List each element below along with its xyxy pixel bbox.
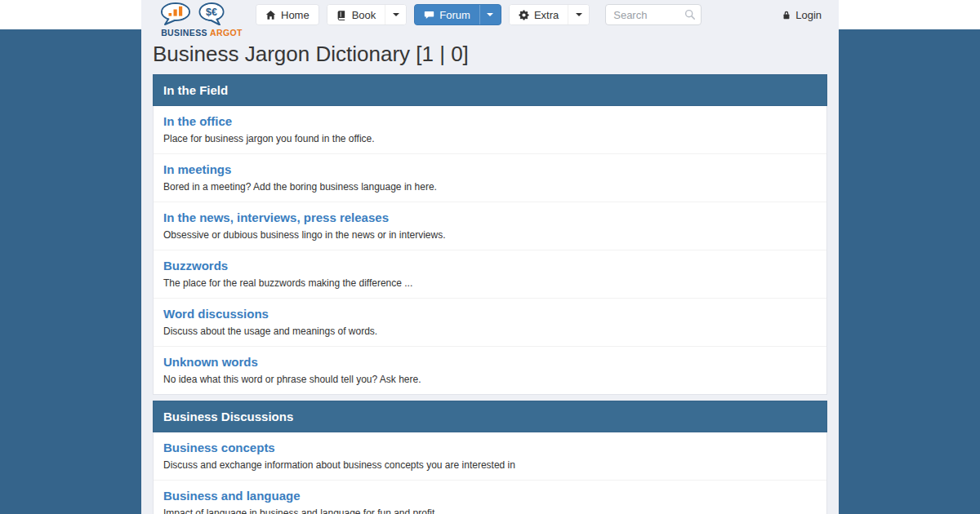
nav-forum-label: Forum	[439, 9, 470, 21]
home-icon	[265, 10, 276, 20]
login-label: Login	[795, 9, 822, 21]
nav-extra-label: Extra	[534, 9, 559, 21]
forum-sections: In the Field In the office Place for bus…	[141, 74, 839, 514]
nav-book: Book	[327, 4, 408, 25]
forum-row: Business and language Impact of language…	[154, 481, 826, 514]
forum-description: Impact of language in business and langu…	[163, 507, 817, 514]
nav-home-label: Home	[281, 9, 310, 21]
forum-title-link[interactable]: Buzzwords	[163, 259, 228, 273]
forum-description: Bored in a meeting? Add the boring busin…	[163, 181, 817, 193]
forum-row: Word discussions Discuss about the usage…	[154, 299, 826, 347]
chevron-down-icon	[393, 13, 399, 16]
nav-book-label: Book	[352, 9, 376, 21]
section-items: Business concepts Discuss and exchange i…	[154, 432, 826, 514]
section-header: In the Field	[153, 74, 827, 106]
forum-row: In the office Place for business jargon …	[154, 106, 826, 154]
forum-description: Obsessive or dubious business lingo in t…	[163, 229, 817, 241]
forum-row: In meetings Bored in a meeting? Add the …	[154, 154, 826, 202]
forum-section-panel: Business Discussions Business concepts D…	[153, 401, 827, 514]
login-button[interactable]: Login	[782, 9, 822, 21]
nav-forum-button[interactable]: Forum	[415, 5, 479, 24]
lock-icon	[782, 10, 791, 20]
chat-icon	[424, 10, 434, 20]
forum-title-link[interactable]: Business and language	[163, 489, 301, 503]
forum-row: Business concepts Discuss and exchange i…	[154, 432, 826, 481]
page-container: $€ BUSINESS ARGOT Home Book	[141, 0, 839, 514]
forum-description: Place for business jargon you found in t…	[163, 133, 817, 144]
forum-title-link[interactable]: In meetings	[163, 162, 231, 176]
forum-title-link[interactable]: Unknown words	[163, 355, 258, 369]
nav-forum-dropdown-toggle[interactable]	[479, 5, 501, 24]
forum-row: Unknown words No idea what this word or …	[154, 347, 826, 394]
forum-description: No idea what this word or phrase should …	[163, 374, 817, 385]
forum-title-link[interactable]: In the office	[163, 114, 232, 128]
brand-name-primary: BUSINESS	[161, 28, 207, 38]
section-header-label: In the Field	[163, 83, 228, 97]
search-box	[605, 4, 702, 25]
forum-title-link[interactable]: Business concepts	[163, 441, 275, 454]
forum-description: Discuss and exchange information about b…	[163, 459, 817, 471]
page-title: Business Jargon Dictionary [1 | 0]	[153, 42, 827, 66]
search-icon[interactable]	[684, 9, 696, 20]
gear-icon	[519, 10, 529, 20]
forum-description: The place for the real buzzwords making …	[163, 277, 817, 289]
brand-name-secondary: ARGOT	[210, 28, 243, 38]
forum-title-link[interactable]: Word discussions	[163, 307, 269, 321]
nav-extra: Extra	[509, 4, 590, 25]
brand-logo[interactable]: $€ BUSINESS ARGOT	[153, 2, 251, 38]
nav-book-dropdown-toggle[interactable]	[385, 5, 406, 24]
section-items: In the office Place for business jargon …	[154, 106, 826, 394]
brand-name: BUSINESS ARGOT	[153, 29, 251, 38]
forum-section-panel: In the Field In the office Place for bus…	[153, 74, 827, 395]
nav-home: Home	[256, 4, 319, 25]
forum-row: Buzzwords The place for the real buzzwor…	[154, 250, 826, 299]
forum-row: In the news, interviews, press releases …	[154, 202, 826, 250]
forum-description: Discuss about the usage and meanings of …	[163, 326, 817, 337]
nav-home-button[interactable]: Home	[256, 5, 318, 24]
book-icon	[336, 10, 347, 20]
brand-bubbles-icon: $€	[158, 2, 246, 25]
brand-symbols: $€	[206, 7, 217, 18]
nav-extra-button[interactable]: Extra	[510, 5, 568, 24]
nav-forum: Forum	[414, 4, 501, 25]
nav-extra-dropdown-toggle[interactable]	[568, 5, 589, 24]
chevron-down-icon	[576, 13, 582, 16]
navbar: $€ BUSINESS ARGOT Home Book	[141, 0, 839, 29]
chevron-down-icon	[487, 13, 493, 16]
section-header-label: Business Discussions	[163, 410, 293, 423]
nav-book-button[interactable]: Book	[327, 5, 385, 24]
forum-title-link[interactable]: In the news, interviews, press releases	[163, 210, 389, 224]
section-header: Business Discussions	[153, 401, 827, 432]
